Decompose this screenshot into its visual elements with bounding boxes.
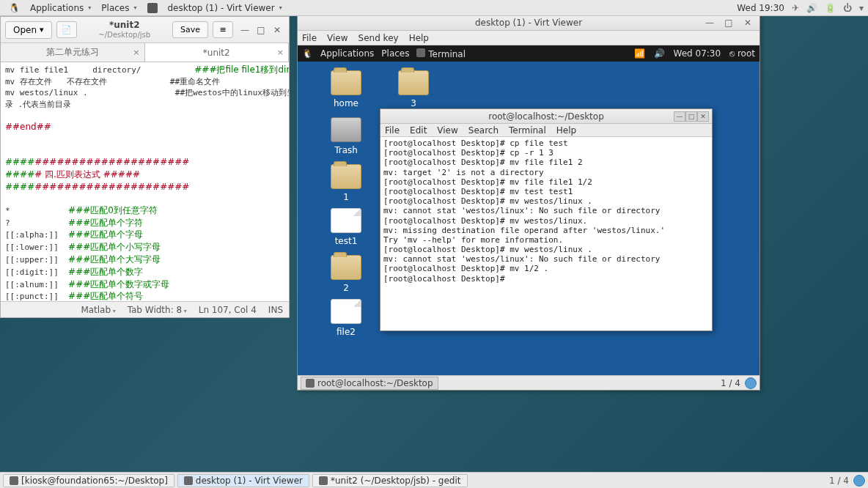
guest-volume-icon[interactable]: 🔊: [654, 48, 665, 59]
menu-button[interactable]: ≡: [213, 21, 233, 38]
terminal-body[interactable]: [root@localhost Desktop]# cp file test […: [380, 137, 712, 330]
language-selector[interactable]: Matlab: [81, 305, 115, 315]
minimize-button[interactable]: —: [674, 111, 685, 122]
menu-terminal[interactable]: Terminal: [509, 125, 546, 136]
menu-file[interactable]: File: [302, 33, 317, 43]
guest-desktop-area[interactable]: home 3 Trash 1 test1 2 file2 root@localh…: [298, 62, 760, 375]
maximize-button[interactable]: □: [254, 23, 268, 37]
save-button[interactable]: Save: [172, 21, 208, 38]
terminal-title-text: root@localhost:~/Desktop: [488, 111, 604, 122]
cursor-position: Ln 107, Col 4: [199, 305, 257, 315]
maximize-button[interactable]: □: [685, 111, 697, 122]
terminal-menubar: File Edit View Search Terminal Help: [380, 124, 712, 137]
gedit-window: Open ▾ 📄 *unit2 ~/Desktop/jsb Save ≡ — □…: [0, 16, 290, 318]
virt-title-text: desktop (1) - Virt Viewer: [475, 18, 582, 28]
desktop-icon-test1[interactable]: test1: [324, 208, 368, 246]
menu-help[interactable]: Help: [556, 125, 576, 136]
menu-view[interactable]: View: [437, 125, 457, 136]
close-button[interactable]: ✕: [270, 23, 284, 37]
minimize-button[interactable]: —: [702, 16, 717, 29]
gedit-title-text: *unit2: [81, 20, 168, 30]
gedit-subtitle: ~/Desktop/jsb: [81, 31, 168, 40]
menu-view[interactable]: View: [327, 33, 347, 43]
guest-workspace-indicator: 1 / 4: [721, 378, 740, 388]
gedit-statusbar: Matlab Tab Width: 8 Ln 107, Col 4 INS: [1, 301, 289, 317]
tabwidth-selector[interactable]: Tab Width: 8: [128, 305, 187, 315]
folder-icon: [331, 164, 361, 189]
tab-exercise[interactable]: 第二单元练习×: [1, 43, 145, 62]
task-gedit[interactable]: *unit2 (~/Desktop/jsb) - gedit: [312, 474, 468, 487]
window-menu-title[interactable]: desktop (1) - Virt Viewer: [163, 3, 287, 13]
dropdown-caret-icon[interactable]: ▾: [859, 3, 864, 13]
guest-terminal-menu[interactable]: Terminal: [416, 48, 466, 59]
desktop-icon-trash[interactable]: Trash: [324, 117, 368, 155]
battery-icon[interactable]: 🔋: [825, 3, 836, 13]
volume-icon[interactable]: 🔊: [806, 3, 817, 13]
power-icon[interactable]: ⏻: [843, 3, 852, 13]
gedit-editor[interactable]: mv file file1 directory/ ###把file file1移…: [1, 62, 289, 301]
guest-places-menu[interactable]: Places: [381, 48, 409, 59]
guest-bottom-panel: root@localhost:~/Desktop 1 / 4: [298, 375, 760, 390]
host-workspace-indicator: 1 / 4: [829, 476, 849, 486]
close-icon[interactable]: ×: [277, 48, 284, 57]
tab-unit2[interactable]: *unit2×: [145, 43, 290, 62]
maximize-button[interactable]: □: [721, 16, 736, 29]
gedit-header: Open ▾ 📄 *unit2 ~/Desktop/jsb Save ≡ — □…: [1, 17, 289, 43]
folder-icon: [398, 70, 429, 95]
folder-icon: [331, 255, 361, 280]
menu-edit[interactable]: Edit: [410, 125, 427, 136]
guest-applications-menu[interactable]: Applications: [320, 48, 374, 59]
file-icon: [331, 208, 361, 233]
desktop-icon-3[interactable]: 3: [391, 70, 435, 108]
clock[interactable]: Wed 19:30: [737, 3, 784, 13]
terminal-titlebar[interactable]: root@localhost:~/Desktop — □ ✕: [380, 109, 712, 124]
activities-icon[interactable]: 🐧: [4, 3, 24, 13]
host-top-panel: 🐧 Applications Places desktop (1) - Virt…: [0, 0, 868, 16]
new-document-button[interactable]: 📄: [56, 21, 77, 38]
screen-icon: [184, 476, 193, 485]
desktop-icon-file2[interactable]: file2: [324, 299, 368, 337]
guest-top-panel: 🐧 Applications Places Terminal 📶 🔊 Wed 0…: [298, 45, 760, 62]
trash-icon: [331, 117, 361, 142]
gedit-title: *unit2 ~/Desktop/jsb: [81, 20, 168, 39]
guest-clock[interactable]: Wed 07:30: [674, 48, 721, 59]
insert-mode: INS: [268, 305, 283, 315]
terminal-icon: [10, 476, 18, 485]
file-icon: [331, 299, 361, 324]
terminal-window: root@localhost:~/Desktop — □ ✕ File Edit…: [380, 108, 713, 331]
folder-icon: [331, 70, 361, 95]
close-icon[interactable]: ×: [133, 48, 139, 57]
host-bottom-panel: [kiosk@foundation65:~/Desktop] desktop (…: [0, 472, 868, 488]
virt-titlebar[interactable]: desktop (1) - Virt Viewer — □ ✕: [298, 15, 760, 31]
guest-desktop-root: 🐧 Applications Places Terminal 📶 🔊 Wed 0…: [298, 45, 760, 390]
guest-user-menu[interactable]: ⎋ root: [729, 48, 755, 59]
workspace-switcher-icon[interactable]: [745, 377, 757, 389]
desktop-icon-home[interactable]: home: [324, 70, 368, 108]
places-menu[interactable]: Places: [97, 3, 141, 13]
menu-sendkey[interactable]: Send key: [358, 33, 399, 43]
terminal-icon: [416, 48, 425, 57]
virt-menubar: File View Send key Help: [298, 31, 760, 45]
menu-file[interactable]: File: [385, 125, 400, 136]
window-menu-icon[interactable]: [143, 3, 162, 13]
minimize-button[interactable]: —: [238, 23, 252, 37]
gedit-tabbar: 第二单元练习× *unit2×: [1, 43, 289, 62]
network-icon[interactable]: ✈: [792, 3, 799, 13]
terminal-icon: [306, 379, 315, 388]
close-button[interactable]: ✕: [740, 16, 755, 29]
task-virtviewer[interactable]: desktop (1) - Virt Viewer: [177, 474, 309, 487]
desktop-icon-1[interactable]: 1: [324, 164, 368, 202]
guest-task-terminal[interactable]: root@localhost:~/Desktop: [301, 377, 438, 390]
gedit-icon: [319, 476, 328, 485]
workspace-switcher-icon[interactable]: [853, 475, 865, 487]
menu-search[interactable]: Search: [468, 125, 499, 136]
virt-viewer-window: desktop (1) - Virt Viewer — □ ✕ File Vie…: [297, 14, 760, 391]
applications-menu[interactable]: Applications: [26, 3, 95, 13]
guest-activities-icon[interactable]: 🐧: [302, 48, 313, 59]
desktop-icon-2[interactable]: 2: [324, 255, 368, 293]
task-kiosk[interactable]: [kiosk@foundation65:~/Desktop]: [3, 474, 174, 487]
menu-help[interactable]: Help: [409, 33, 429, 43]
guest-network-icon[interactable]: 📶: [634, 48, 645, 59]
open-button[interactable]: Open ▾: [5, 21, 52, 39]
close-button[interactable]: ✕: [697, 111, 709, 122]
